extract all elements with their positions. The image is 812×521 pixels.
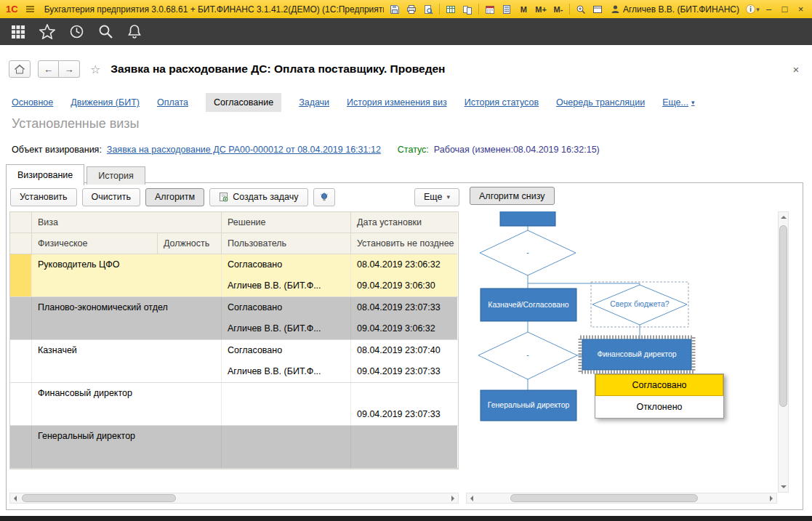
spreadsheet-button[interactable] (443, 2, 458, 16)
minimize-button[interactable]: – (762, 4, 776, 15)
table-row[interactable]: Планово-экономический отдел Согласовано … (10, 297, 458, 318)
system-menu-icon[interactable] (23, 2, 38, 16)
info-icon (745, 4, 756, 15)
table-row[interactable]: Финансовый директор (10, 383, 458, 404)
zoom-button[interactable] (574, 2, 588, 16)
page-title: Установленные визы (12, 116, 140, 132)
table-row[interactable]: Агличев В.В. (БИТ.Ф... 09.04.2019 3:06:3… (10, 275, 458, 296)
magnifier-plus-icon (576, 4, 586, 15)
object-link[interactable]: Заявка на расходование ДС РА00-000012 от… (107, 145, 381, 155)
visa-name-cell: Руководитель ЦФО (32, 254, 222, 275)
scrollbar-thumb[interactable] (22, 494, 176, 502)
fullscreen-button[interactable] (590, 2, 605, 16)
favorites-button[interactable] (38, 23, 57, 41)
app-close-button[interactable]: × (794, 4, 808, 15)
app-titlebar: 1С Бухгалтерия предприятия 3.0.68.61 + Б… (0, 0, 812, 18)
forward-button[interactable]: → (59, 60, 80, 78)
header-status (10, 233, 32, 254)
visa-name-cell: Казначей (32, 340, 222, 361)
lamp-icon (319, 192, 329, 202)
calculator-button[interactable] (499, 2, 514, 16)
nav-link-approval[interactable]: Согласование (206, 93, 281, 112)
visa-row-group[interactable]: Планово-экономический отдел Согласовано … (10, 297, 458, 340)
titlebar-actions: М М+ М- Агличев В.В. (БИТ.ФИНАНС) ▾ – □ … (387, 2, 808, 16)
nav-link-status-history[interactable]: История статусов (465, 97, 539, 108)
visa-object-row: Объект визирования: Заявка на расходован… (12, 145, 803, 155)
current-user[interactable]: Агличев В.В. (БИТ.ФИНАНС) (611, 4, 739, 15)
search-button[interactable] (96, 23, 115, 41)
clear-visa-button[interactable]: Очистить (82, 188, 140, 206)
table-row[interactable]: Руководитель ЦФО Согласовано 08.04.2019 … (10, 254, 458, 275)
algorithm-bottom-button[interactable]: Алгоритм снизу (470, 187, 555, 205)
scroll-left-icon[interactable] (10, 493, 20, 503)
scrollbar-thumb[interactable] (779, 225, 787, 407)
history-button[interactable] (67, 23, 86, 41)
help-button[interactable]: ▾ (745, 2, 760, 16)
visa-row-group[interactable]: Финансовый директор 09.04.2019 23:07:33 (10, 383, 458, 426)
nav-link-more[interactable]: Еще... ▾ (662, 97, 694, 108)
nav-link-main[interactable]: Основное (12, 97, 53, 108)
scroll-up-icon[interactable] (779, 212, 788, 222)
set-visa-button[interactable]: Установить (10, 188, 77, 206)
table-row[interactable]: 09.04.2019 23:07:33 (10, 404, 458, 425)
scroll-right-icon[interactable] (449, 493, 458, 503)
diagram-horizontal-scrollbar[interactable] (466, 493, 777, 504)
visa-table[interactable]: Виза Решение Дата установки Физическое Д… (9, 211, 459, 469)
scroll-down-icon[interactable] (779, 482, 788, 492)
lamp-button[interactable] (313, 188, 335, 206)
table-row[interactable]: Агличев В.В. (БИТ.Ф... 09.04.2019 3:06:3… (10, 318, 458, 339)
visa-row-group[interactable]: Казначей Согласовано 08.04.2019 23:07:40… (10, 340, 458, 383)
memory-add-button[interactable]: М+ (533, 2, 549, 16)
table-row[interactable] (10, 447, 458, 468)
nav-link-movements-bit[interactable]: Движения (БИТ) (71, 97, 140, 108)
calendar-button[interactable] (483, 2, 497, 16)
scroll-right-icon[interactable] (767, 493, 776, 503)
maximize-button[interactable]: □ (778, 4, 792, 15)
tab-visas[interactable]: Визирование (6, 164, 84, 185)
visa-row-group[interactable]: Генеральный директор (10, 426, 458, 469)
table-row[interactable]: Казначей Согласовано 08.04.2019 23:07:40 (10, 340, 458, 361)
save-button[interactable] (387, 2, 402, 16)
user-icon (611, 4, 620, 14)
nav-link-tasks[interactable]: Задачи (299, 97, 329, 108)
add-to-favorites-star-icon[interactable]: ☆ (90, 62, 100, 76)
header-visa: Виза (32, 212, 222, 233)
deadline-cell: 09.04.2019 3:06:32 (351, 318, 457, 339)
nav-link-payment[interactable]: Оплата (157, 97, 188, 108)
approval-flowchart[interactable]: - Казначей/Согласовано Сверх бюджета? - … (466, 211, 777, 493)
all-functions-button[interactable] (9, 23, 28, 41)
task-document-icon (219, 192, 228, 202)
table-row[interactable]: Агличев В.В. (БИТ.Ф... 09.04.2019 23:07:… (10, 361, 458, 382)
create-task-button[interactable]: Создать задачу (209, 188, 307, 206)
more-button[interactable]: Еще ▾ (414, 188, 459, 206)
nav-link-visa-change-history[interactable]: История изменения виз (347, 97, 447, 108)
visa-name-cell (32, 275, 222, 296)
row-marker-cell (10, 340, 32, 361)
menu-item-approved[interactable]: Согласовано (595, 374, 723, 396)
table-horizontal-scrollbar[interactable] (9, 493, 459, 504)
form-close-button[interactable]: × (789, 63, 803, 76)
help-caret-icon: ▾ (756, 6, 760, 13)
home-icon (14, 64, 25, 74)
flowchart-top-node[interactable] (500, 211, 555, 226)
home-button[interactable] (9, 60, 31, 78)
deadline-cell: 09.04.2019 23:07:33 (351, 361, 457, 382)
back-button[interactable]: ← (38, 60, 59, 78)
print-preview-button[interactable] (421, 2, 435, 16)
diagram-vertical-scrollbar[interactable] (778, 211, 789, 493)
nav-link-broadcast-queue[interactable]: Очередь трансляции (556, 97, 645, 108)
memory-recall-button[interactable]: М (516, 2, 531, 16)
scroll-left-icon[interactable] (467, 493, 476, 503)
file-compare-button[interactable] (460, 2, 475, 16)
date-set-cell (351, 383, 457, 404)
table-row[interactable]: Генеральный директор (10, 426, 458, 447)
date-set-cell (351, 426, 457, 447)
memory-subtract-button[interactable]: М- (551, 2, 566, 16)
scrollbar-thumb[interactable] (510, 494, 698, 502)
visa-row-group[interactable]: Руководитель ЦФО Согласовано 08.04.2019 … (10, 254, 458, 297)
tab-history[interactable]: История (87, 166, 145, 185)
print-button[interactable] (404, 2, 419, 16)
algorithm-button[interactable]: Алгоритм (145, 188, 204, 206)
notifications-button[interactable] (125, 23, 144, 41)
menu-item-rejected[interactable]: Отклонено (595, 396, 723, 418)
